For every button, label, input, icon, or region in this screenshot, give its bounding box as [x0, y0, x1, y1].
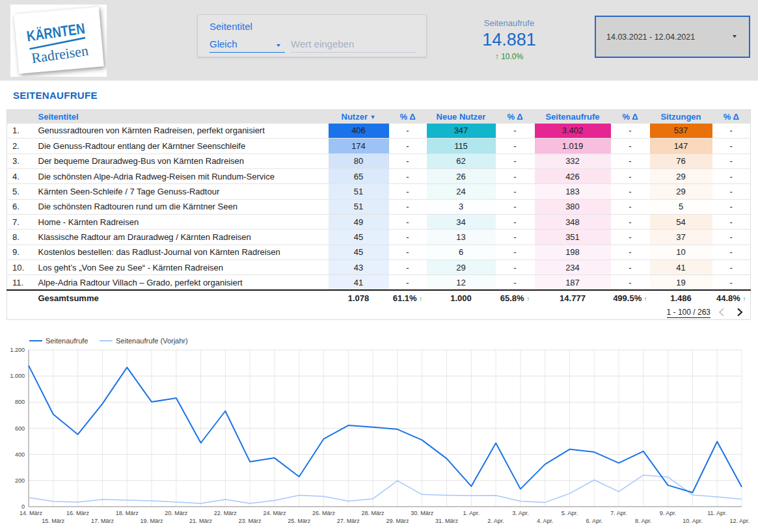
svg-text:17. März: 17. März [91, 518, 115, 524]
svg-text:Seitenaufrufe: Seitenaufrufe [46, 337, 88, 345]
svg-text:31. März: 31. März [435, 518, 459, 524]
svg-text:2. Apr.: 2. Apr. [487, 518, 504, 524]
svg-text:6. Apr.: 6. Apr. [586, 518, 602, 524]
svg-text:19. März: 19. März [140, 518, 163, 524]
svg-text:28. März: 28. März [362, 510, 385, 516]
svg-text:25. März: 25. März [288, 518, 311, 524]
svg-text:400: 400 [15, 451, 25, 458]
svg-text:10. Apr.: 10. Apr. [683, 518, 703, 524]
svg-text:21. März: 21. März [189, 518, 213, 524]
svg-text:30. März: 30. März [411, 510, 434, 516]
svg-text:1.200: 1.200 [10, 347, 25, 353]
svg-text:Seitenaufrufe (Vorjahr): Seitenaufrufe (Vorjahr) [116, 337, 188, 345]
svg-text:KÄRNTEN: KÄRNTEN [25, 20, 86, 44]
svg-text:0: 0 [21, 503, 25, 510]
svg-text:8. Apr.: 8. Apr. [635, 518, 652, 524]
svg-text:1.000: 1.000 [10, 373, 25, 379]
svg-text:24. März: 24. März [263, 510, 286, 516]
svg-text:7. Apr.: 7. Apr. [610, 510, 627, 516]
svg-text:11. Apr.: 11. Apr. [707, 510, 727, 516]
svg-text:26. März: 26. März [312, 510, 336, 516]
svg-text:20. März: 20. März [165, 510, 188, 516]
svg-text:18. März: 18. März [116, 510, 139, 516]
svg-text:200: 200 [15, 477, 25, 484]
svg-text:9. Apr.: 9. Apr. [660, 510, 677, 516]
svg-text:15. März: 15. März [42, 518, 65, 524]
svg-text:600: 600 [15, 425, 25, 432]
svg-text:22. März: 22. März [214, 510, 237, 516]
svg-text:27. März: 27. März [337, 518, 360, 524]
svg-text:3. Apr.: 3. Apr. [512, 510, 529, 516]
svg-text:Radreisen: Radreisen [31, 42, 90, 66]
svg-text:23. März: 23. März [239, 518, 262, 524]
svg-text:4. Apr.: 4. Apr. [537, 518, 554, 524]
svg-text:1. Apr.: 1. Apr. [463, 510, 480, 516]
svg-text:12. Apr.: 12. Apr. [729, 518, 750, 524]
svg-text:5. Apr.: 5. Apr. [562, 510, 578, 516]
svg-text:800: 800 [15, 399, 25, 405]
svg-text:14. März: 14. März [20, 510, 43, 516]
svg-text:16. März: 16. März [66, 510, 90, 516]
svg-text:29. März: 29. März [386, 518, 409, 524]
